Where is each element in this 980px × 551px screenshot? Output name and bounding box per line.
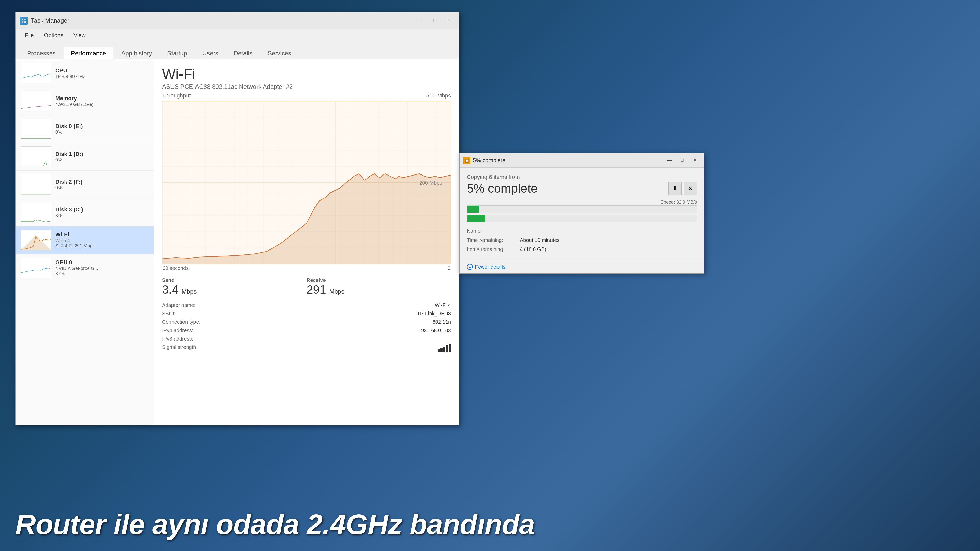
disk0-mini-graph: [21, 119, 51, 139]
tab-app-history[interactable]: App history: [114, 47, 159, 59]
copy-percent-row: 5% complete ⏸ ✕: [467, 181, 697, 195]
disk0-info: Disk 0 (E:) 0%: [56, 123, 148, 135]
ipv4-row: IPv4 address: 192.168.0.103: [162, 327, 451, 333]
cpu-label: CPU: [56, 67, 148, 74]
sidebar-item-disk3[interactable]: Disk 3 (C:) 3%: [16, 198, 154, 226]
adapter-name-row: Adapter name: Wi-Fi 4: [162, 302, 451, 308]
sidebar-item-memory[interactable]: Memory 4.9/31.9 GB (15%): [16, 87, 154, 115]
copy-close-button[interactable]: ✕: [689, 156, 700, 165]
title-bar-left: Task Manager: [20, 17, 69, 25]
tab-details[interactable]: Details: [226, 47, 260, 59]
panel-header-left: Wi-Fi ASUS PCE-AC88 802.11ac Network Ada…: [162, 65, 293, 90]
copy-name-row: Name:: [467, 226, 697, 235]
timeline-start: 60 seconds: [162, 265, 189, 271]
receive-label: Receive: [307, 277, 451, 283]
send-label: Send: [162, 277, 307, 283]
tab-processes[interactable]: Processes: [20, 47, 63, 59]
minimize-button[interactable]: —: [414, 16, 426, 25]
throughput-max: 500 Mbps: [426, 92, 451, 99]
menu-file[interactable]: File: [20, 29, 39, 42]
gpu0-info: GPU 0 NVIDIA GeForce G... 37%: [56, 259, 148, 276]
progress-bar-2-container: [467, 214, 697, 222]
menu-bar: File Options View: [16, 29, 459, 42]
copy-content: Copying 6 items from 5% complete ⏸ ✕ Spe…: [460, 168, 704, 260]
stats-section: Send 3.4 Mbps Receive 291 Mbps: [162, 277, 451, 296]
copy-percent-label: 5% complete: [467, 181, 538, 195]
fewer-details-button[interactable]: ▲ Fewer details: [460, 260, 704, 273]
wifi-info: Wi-Fi Wi-Fi 4 S: 3.4 R: 291 Mbps: [56, 231, 148, 249]
details-grid: Adapter name: Wi-Fi 4 SSID: TP-Link_DED8…: [162, 302, 451, 354]
adapter-name-val: Wi-Fi 4: [435, 302, 451, 308]
copy-items-val: 4 (18.6 GB): [520, 245, 546, 254]
menu-options[interactable]: Options: [39, 29, 68, 42]
sidebar-item-gpu0[interactable]: GPU 0 NVIDIA GeForce G... 37%: [16, 254, 154, 282]
chart-header: Throughput 500 Mbps: [162, 92, 451, 99]
sidebar: CPU 16% 4.69 GHz Memory 4.9/31.9 GB (15%…: [16, 59, 154, 425]
copy-action-controls: ⏸ ✕: [668, 182, 697, 195]
throughput-chart: 200 Mbps: [162, 101, 451, 264]
signal-bar-5: [449, 345, 451, 351]
menu-view[interactable]: View: [68, 29, 91, 42]
disk2-mini-graph: [21, 174, 51, 195]
tab-services[interactable]: Services: [260, 47, 299, 59]
right-panel: Wi-Fi ASUS PCE-AC88 802.11ac Network Ada…: [154, 59, 459, 425]
disk2-sublabel: 0%: [56, 185, 148, 191]
memory-info: Memory 4.9/31.9 GB (15%): [56, 95, 148, 107]
svg-rect-1: [24, 19, 26, 21]
sidebar-item-disk2[interactable]: Disk 2 (F:) 0%: [16, 171, 154, 198]
bottom-subtitle: Router ile aynı odada 2.4GHz bandında: [15, 508, 535, 541]
progress-bar-1: [467, 205, 697, 213]
sidebar-item-disk1[interactable]: Disk 1 (D:) 0%: [16, 143, 154, 171]
memory-sublabel: 4.9/31.9 GB (15%): [56, 102, 148, 107]
sidebar-item-disk0[interactable]: Disk 0 (E:) 0%: [16, 115, 154, 143]
progress-bar-1-fill: [467, 206, 479, 213]
cpu-info: CPU 16% 4.69 GHz: [56, 67, 148, 79]
progress-bar-2: [467, 214, 697, 222]
cpu-mini-graph: [21, 63, 51, 83]
disk1-info: Disk 1 (D:) 0%: [56, 151, 148, 163]
svg-text:200 Mbps: 200 Mbps: [419, 180, 442, 186]
connection-type-row: Connection type: 802.11n: [162, 319, 451, 325]
copy-cancel-button[interactable]: ✕: [684, 182, 697, 195]
disk3-label: Disk 3 (C:): [56, 206, 148, 213]
progress-bar-1-container: Speed: 32.9 MB/s: [467, 200, 697, 213]
tab-performance[interactable]: Performance: [64, 47, 113, 59]
adapter-name-key: Adapter name:: [162, 302, 196, 308]
send-value: 3.4 Mbps: [162, 283, 307, 296]
gpu0-sublabel: NVIDIA GeForce G...: [56, 266, 148, 271]
tab-startup[interactable]: Startup: [160, 47, 194, 59]
main-content: CPU 16% 4.69 GHz Memory 4.9/31.9 GB (15%…: [16, 59, 459, 425]
panel-subtitle: ASUS PCE-AC88 802.11ac Network Adapter #…: [162, 83, 293, 90]
restore-button[interactable]: □: [428, 16, 441, 25]
ipv6-row: IPv6 address:: [162, 336, 451, 342]
signal-key: Signal strength:: [162, 345, 197, 351]
copy-details: Name: Time remaining: About 10 minutes I…: [467, 226, 697, 254]
timeline-end: 0: [448, 265, 450, 271]
copy-time-val: About 10 minutes: [520, 235, 560, 245]
tab-users[interactable]: Users: [195, 47, 226, 59]
copy-restore-button[interactable]: □: [676, 156, 688, 165]
sidebar-item-wifi[interactable]: Wi-Fi Wi-Fi 4 S: 3.4 R: 291 Mbps: [16, 226, 154, 254]
connection-type-key: Connection type:: [162, 319, 200, 325]
gpu0-sublabel2: 37%: [56, 271, 148, 276]
disk2-label: Disk 2 (F:): [56, 179, 148, 185]
window-controls: — □ ✕: [414, 16, 455, 25]
sidebar-item-cpu[interactable]: CPU 16% 4.69 GHz: [16, 59, 154, 87]
disk0-label: Disk 0 (E:): [56, 123, 148, 130]
disk2-info: Disk 2 (F:) 0%: [56, 179, 148, 191]
chart-svg: 200 Mbps: [162, 101, 451, 264]
wifi-mini-graph: [21, 230, 51, 250]
ssid-key: SSID:: [162, 311, 175, 317]
copy-name-key: Name:: [467, 226, 518, 235]
disk3-sublabel: 3%: [56, 213, 148, 218]
copy-pause-button[interactable]: ⏸: [668, 182, 682, 195]
throughput-label: Throughput: [162, 92, 191, 99]
panel-header: Wi-Fi ASUS PCE-AC88 802.11ac Network Ada…: [162, 65, 451, 90]
close-button[interactable]: ✕: [443, 16, 455, 25]
copy-win-controls: — □ ✕: [664, 156, 700, 165]
gpu0-label: GPU 0: [56, 259, 148, 266]
copy-minimize-button[interactable]: —: [664, 156, 675, 165]
svg-text:📋: 📋: [465, 159, 469, 163]
svg-rect-2: [22, 21, 24, 23]
progress-speed: Speed: 32.9 MB/s: [467, 200, 697, 205]
